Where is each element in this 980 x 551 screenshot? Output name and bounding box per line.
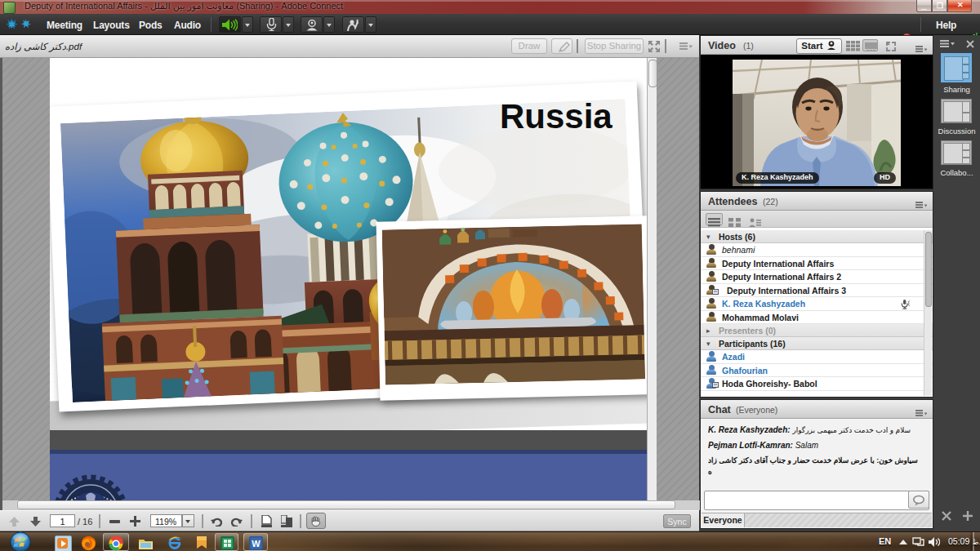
svg-text:W: W bbox=[252, 539, 261, 549]
